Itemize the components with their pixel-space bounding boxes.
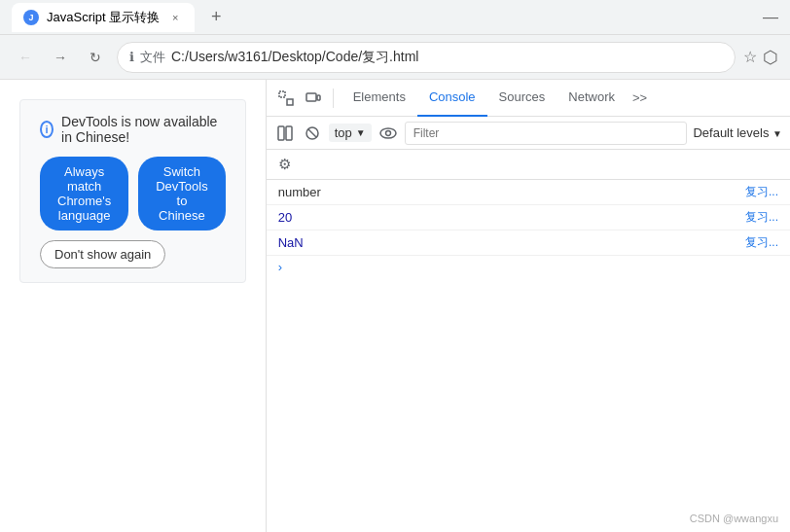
- title-bar: J JavaScript 显示转换 × + —: [0, 0, 790, 35]
- device-toolbar-icon[interactable]: [302, 87, 325, 110]
- refresh-button[interactable]: ↻: [82, 44, 109, 71]
- svg-point-9: [385, 130, 390, 135]
- console-row-nan: NaN 复习...: [267, 231, 790, 256]
- address-info-icon: ℹ: [129, 50, 134, 64]
- console-value-number-type: number: [278, 185, 321, 199]
- dropdown-arrow-icon: ▼: [356, 127, 366, 138]
- default-levels-dropdown[interactable]: Default levels ▼: [693, 125, 782, 140]
- bookmark-button[interactable]: ☆: [743, 48, 757, 66]
- console-source-0[interactable]: 复习...: [745, 184, 778, 200]
- svg-rect-5: [286, 126, 292, 140]
- match-language-button[interactable]: Always match Chrome's language: [40, 157, 128, 231]
- nav-right: ☆ ⬡: [743, 47, 778, 68]
- address-url: C:/Users/w3161/Desktop/Code/复习.html: [171, 49, 723, 66]
- levels-arrow-icon: ▼: [772, 128, 782, 139]
- tab-title: JavaScript 显示转换: [47, 9, 160, 26]
- console-top-label: top: [335, 125, 352, 140]
- console-source-1[interactable]: 复习...: [745, 209, 778, 226]
- console-toolbar: top ▼ Default levels ▼: [267, 117, 790, 150]
- nav-bar: ← → ↻ ℹ 文件 C:/Users/w3161/Desktop/Code/复…: [0, 35, 790, 80]
- tab-favicon: J: [23, 10, 39, 25]
- svg-rect-3: [317, 95, 320, 100]
- console-row-number-type: number 复习...: [267, 180, 790, 205]
- new-tab-button[interactable]: +: [202, 4, 230, 31]
- gear-row: ⚙: [267, 150, 790, 180]
- default-levels-label: Default levels: [693, 125, 769, 140]
- settings-gear-icon[interactable]: ⚙: [274, 154, 296, 175]
- page-footer: CSDN @wwangxu: [690, 513, 778, 524]
- extension-button[interactable]: ⬡: [763, 47, 778, 68]
- console-row-20: 20 复习...: [267, 205, 790, 231]
- console-value-20: 20: [278, 210, 292, 225]
- prompt-arrow-icon: ›: [278, 260, 282, 274]
- devtools-toolbar: Elements Console Sources Network >>: [267, 80, 790, 117]
- console-prompt[interactable]: ›: [267, 256, 790, 278]
- svg-rect-1: [287, 99, 293, 105]
- tab-console[interactable]: Console: [417, 80, 487, 117]
- notification-header: i DevTools is now available in Chinese!: [40, 114, 226, 145]
- tab-close-btn[interactable]: ×: [167, 10, 183, 25]
- tab-network[interactable]: Network: [557, 80, 627, 117]
- svg-rect-0: [279, 91, 285, 97]
- dont-show-again-button[interactable]: Don't show again: [40, 240, 165, 268]
- devtools-panel: Elements Console Sources Network >>: [266, 80, 790, 532]
- page-content: i DevTools is now available in Chinese! …: [0, 80, 266, 532]
- more-tabs-button[interactable]: >>: [627, 90, 653, 105]
- notification-buttons: Always match Chrome's language Switch De…: [40, 157, 226, 231]
- console-value-nan: NaN: [278, 235, 304, 250]
- back-button[interactable]: ←: [12, 44, 39, 71]
- footer-text: CSDN @wwangxu: [690, 513, 778, 524]
- console-source-2[interactable]: 复习...: [745, 234, 778, 251]
- forward-button[interactable]: →: [47, 44, 74, 71]
- svg-rect-4: [278, 126, 284, 140]
- notification-text: DevTools is now available in Chinese!: [61, 114, 226, 145]
- devtools-notification: i DevTools is now available in Chinese! …: [19, 99, 246, 283]
- filter-input[interactable]: [405, 122, 688, 145]
- content-area: i DevTools is now available in Chinese! …: [0, 80, 790, 532]
- address-label: 文件: [140, 49, 165, 66]
- inspect-element-icon[interactable]: [274, 87, 298, 110]
- devtools-tabs: Elements Console Sources Network >>: [341, 80, 782, 117]
- execution-context-selector[interactable]: top ▼: [329, 124, 372, 142]
- minimize-button[interactable]: —: [763, 9, 778, 26]
- eye-icon[interactable]: [377, 123, 399, 144]
- sidebar-toggle-icon[interactable]: [274, 123, 296, 144]
- svg-rect-2: [306, 93, 316, 101]
- browser-tab[interactable]: J JavaScript 显示转换 ×: [12, 3, 195, 32]
- title-bar-left: J JavaScript 显示转换 × +: [12, 3, 230, 32]
- tab-elements[interactable]: Elements: [341, 80, 417, 117]
- svg-line-7: [308, 129, 316, 137]
- toolbar-separator: [333, 89, 334, 108]
- clear-console-icon[interactable]: [302, 123, 323, 144]
- tab-sources[interactable]: Sources: [487, 80, 557, 117]
- address-bar[interactable]: ℹ 文件 C:/Users/w3161/Desktop/Code/复习.html: [117, 42, 736, 73]
- switch-to-chinese-button[interactable]: Switch DevTools to Chinese: [138, 157, 225, 231]
- console-output: number 复习... 20 复习... NaN 复习... ›: [267, 180, 790, 532]
- svg-point-8: [380, 128, 396, 138]
- info-icon: i: [40, 121, 54, 138]
